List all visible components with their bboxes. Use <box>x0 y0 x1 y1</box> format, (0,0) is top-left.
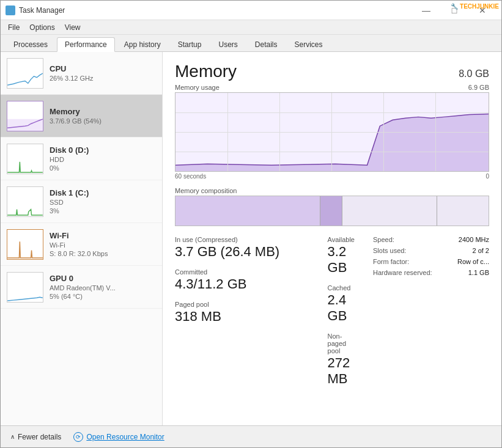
stat-available: Available 3.2 GB <box>328 236 355 276</box>
minimize-button[interactable]: — <box>412 1 440 20</box>
tab-startup[interactable]: Startup <box>170 37 210 51</box>
stat-reserved: Hardware reserved: 1.1 GB <box>373 269 489 276</box>
comp-free <box>437 196 489 226</box>
grid-h3 <box>175 152 489 152</box>
graph-label-row: Memory usage 6.9 GB <box>175 84 489 91</box>
menu-options[interactable]: Options <box>24 21 59 34</box>
memory-info: Memory 3.7/6.9 GB (54%) <box>50 107 156 125</box>
sidebar-item-cpu[interactable]: CPU 26% 3.12 GHz <box>1 52 162 95</box>
right-panel: Memory 8.0 GB Memory usage 6.9 GB <box>163 52 501 425</box>
wifi-info: Wi-Fi Wi-Fi S: 8.0 R: 32.0 Kbps <box>50 231 156 257</box>
reserved-value: 1.1 GB <box>468 269 489 276</box>
tab-app-history[interactable]: App history <box>116 37 169 51</box>
slots-value: 2 of 2 <box>472 247 489 254</box>
sidebar: CPU 26% 3.12 GHz Memory 3.7/6.9 GB (54%) <box>1 52 163 425</box>
grid-v1 <box>227 93 228 171</box>
tab-details[interactable]: Details <box>247 37 286 51</box>
wifi-name: Wi-Fi <box>50 231 156 240</box>
disk1-info: Disk 1 (C:) SSD 3% <box>50 188 156 215</box>
disk0-mini-chart <box>7 144 43 174</box>
disk0-info: Disk 0 (D:) HDD 0% <box>50 145 156 172</box>
stats-details: Speed: 2400 MHz Slots used: 2 of 2 Form … <box>367 236 489 395</box>
chevron-up-icon: ∧ <box>10 433 15 440</box>
grid-h1 <box>175 112 489 113</box>
tab-services[interactable]: Services <box>287 37 331 51</box>
gpu-info: GPU 0 AMD Radeon(TM) V... 5% (64 °C) <box>50 274 156 300</box>
gpu-model: AMD Radeon(TM) V... <box>50 284 156 292</box>
svg-rect-3 <box>11 11 13 13</box>
inuse-label: In use (Compressed) <box>175 236 316 243</box>
cached-label: Cached <box>328 284 355 292</box>
disk1-pct: 3% <box>50 207 156 215</box>
fewer-details-button[interactable]: ∧ Fewer details <box>10 433 61 441</box>
grid-v2 <box>279 93 280 171</box>
available-value: 3.2 GB <box>328 244 355 276</box>
disk0-name: Disk 0 (D:) <box>50 145 156 155</box>
stats-left: In use (Compressed) 3.7 GB (26.4 MB) Com… <box>175 236 328 395</box>
speed-value: 2400 MHz <box>459 236 489 243</box>
grid-h2 <box>175 132 489 133</box>
menu-view[interactable]: View <box>60 21 86 34</box>
stats-available-area: Available 3.2 GB Cached 2.4 GB Non-paged… <box>328 236 367 395</box>
tab-users[interactable]: Users <box>210 37 245 51</box>
stat-inuse: In use (Compressed) 3.7 GB (26.4 MB) <box>175 236 316 260</box>
stat-form: Form factor: Row of c... <box>373 258 489 265</box>
time-left: 60 seconds <box>175 173 206 180</box>
stats-right-area: Available 3.2 GB Cached 2.4 GB Non-paged… <box>328 236 489 395</box>
tab-processes[interactable]: Processes <box>6 37 56 51</box>
title-left: Task Manager <box>6 6 65 15</box>
wifi-type: Wi-Fi <box>50 241 156 249</box>
sidebar-item-gpu[interactable]: GPU 0 AMD Radeon(TM) V... 5% (64 °C) <box>1 266 162 309</box>
grid-v5 <box>435 93 436 171</box>
sidebar-item-disk0[interactable]: Disk 0 (D:) HDD 0% <box>1 138 162 180</box>
gpu-name: GPU 0 <box>50 274 156 283</box>
disk0-type: HDD <box>50 156 156 163</box>
svg-rect-2 <box>7 11 10 13</box>
comp-modified <box>320 196 342 226</box>
committed-value: 4.3/11.2 GB <box>175 276 316 292</box>
cpu-sub: 26% 3.12 GHz <box>50 75 156 82</box>
composition-label: Memory composition <box>175 187 489 194</box>
composition-section: Memory composition <box>175 187 489 226</box>
graph-grid <box>175 93 489 171</box>
form-label: Form factor: <box>373 258 409 265</box>
menu-file[interactable]: File <box>3 21 24 34</box>
stat-paged: Paged pool 318 MB <box>175 301 316 325</box>
stat-speed: Speed: 2400 MHz <box>373 236 489 243</box>
usage-right-label: 6.9 GB <box>468 84 489 91</box>
committed-label: Committed <box>175 268 316 276</box>
sidebar-item-wifi[interactable]: Wi-Fi Wi-Fi S: 8.0 R: 32.0 Kbps <box>1 223 162 266</box>
sidebar-item-memory[interactable]: Memory 3.7/6.9 GB (54%) <box>1 95 162 138</box>
window-title: Task Manager <box>19 6 65 15</box>
open-resource-monitor-button[interactable]: ⟳ Open Resource Monitor <box>73 432 164 442</box>
fewer-details-label: Fewer details <box>18 433 61 441</box>
inuse-value: 3.7 GB (26.4 MB) <box>175 244 316 260</box>
nonpaged-label: Non-paged pool <box>328 332 355 354</box>
memory-usage-section: Memory usage 6.9 GB <box>175 84 489 180</box>
stat-slots: Slots used: 2 of 2 <box>373 247 489 254</box>
grid-v3 <box>331 93 332 171</box>
svg-rect-1 <box>11 7 13 10</box>
comp-inuse <box>175 196 320 226</box>
disk1-mini-chart <box>7 186 43 217</box>
watermark: 🔧 TECHJUNKIE <box>451 3 499 10</box>
gpu-pct: 5% (64 °C) <box>50 293 156 300</box>
tab-bar: Processes Performance App history Startu… <box>1 35 501 52</box>
sidebar-item-disk1[interactable]: Disk 1 (C:) SSD 3% <box>1 180 162 223</box>
panel-header: Memory 8.0 GB <box>175 62 489 81</box>
disk0-pct: 0% <box>50 164 156 172</box>
time-right: 0 <box>485 173 489 180</box>
tab-performance[interactable]: Performance <box>57 37 115 52</box>
grid-v4 <box>383 93 384 171</box>
graph-time: 60 seconds 0 <box>175 173 489 180</box>
title-bar: Task Manager — □ ✕ <box>1 1 501 20</box>
usage-label: Memory usage <box>175 84 220 91</box>
memory-name: Memory <box>50 107 156 116</box>
stat-committed: Committed 4.3/11.2 GB <box>175 268 316 292</box>
svg-rect-8 <box>7 187 43 216</box>
main-content: CPU 26% 3.12 GHz Memory 3.7/6.9 GB (54%) <box>1 52 501 425</box>
task-manager-window: 🔧 TECHJUNKIE Task Manager — □ ✕ File Opt… <box>0 0 502 448</box>
memory-graph-container <box>175 92 489 172</box>
comp-standby <box>342 196 437 226</box>
svg-rect-9 <box>7 230 43 259</box>
